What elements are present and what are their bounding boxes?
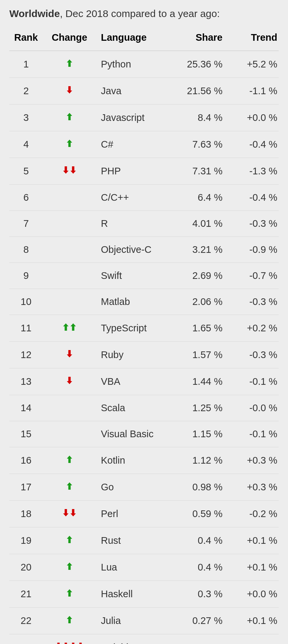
cell-language: Lua [96, 554, 172, 581]
cell-language: Scala [96, 395, 172, 421]
arrow-up-icon [66, 615, 73, 624]
cell-change [43, 395, 96, 421]
cell-share: 1.12 % [172, 447, 225, 474]
col-header-change: Change [43, 25, 96, 51]
cell-rank: 16 [9, 447, 43, 474]
cell-change [43, 315, 96, 342]
cell-trend: +5.2 % [225, 51, 279, 78]
cell-rank: 20 [9, 554, 43, 581]
table-row: 23Delphi0.24 %-0.1 % [9, 634, 279, 644]
table-row: 8Objective-C3.21 %-0.9 % [9, 237, 279, 263]
cell-trend: -0.1 % [225, 368, 279, 395]
cell-share: 6.4 % [172, 185, 225, 211]
cell-trend: -0.1 % [225, 421, 279, 447]
cell-trend: -0.7 % [225, 263, 279, 289]
cell-change [43, 185, 96, 211]
cell-change [43, 554, 96, 581]
arrow-down-icon [66, 349, 73, 358]
table-row: 5PHP7.31 %-1.3 % [9, 158, 279, 185]
cell-rank: 2 [9, 78, 43, 105]
col-header-trend: Trend [225, 25, 279, 51]
cell-change [43, 447, 96, 474]
table-row: 18Perl0.59 %-0.2 % [9, 501, 279, 527]
cell-trend: -0.0 % [225, 395, 279, 421]
cell-change [43, 158, 96, 185]
cell-language: Javascript [96, 105, 172, 131]
cell-change [43, 368, 96, 395]
table-row: 3Javascript8.4 %+0.0 % [9, 105, 279, 131]
cell-rank: 15 [9, 421, 43, 447]
cell-change [43, 289, 96, 315]
cell-trend: -1.1 % [225, 78, 279, 105]
table-row: 1Python25.36 %+5.2 % [9, 51, 279, 78]
cell-rank: 1 [9, 51, 43, 78]
cell-share: 0.59 % [172, 501, 225, 527]
cell-rank: 10 [9, 289, 43, 315]
cell-trend: -1.3 % [225, 158, 279, 185]
cell-rank: 9 [9, 263, 43, 289]
cell-share: 0.27 % [172, 608, 225, 634]
cell-language: R [96, 211, 172, 237]
arrow-down-icon [66, 376, 73, 385]
cell-trend: -0.4 % [225, 185, 279, 211]
table-row: 21Haskell0.3 %+0.0 % [9, 581, 279, 608]
cell-rank: 17 [9, 474, 43, 501]
cell-trend: -0.3 % [225, 211, 279, 237]
cell-rank: 22 [9, 608, 43, 634]
cell-change [43, 608, 96, 634]
cell-language: Delphi [96, 634, 172, 644]
cell-share: 2.06 % [172, 289, 225, 315]
table-row: 4C#7.63 %-0.4 % [9, 131, 279, 158]
cell-change [43, 421, 96, 447]
cell-share: 3.21 % [172, 237, 225, 263]
cell-language: Julia [96, 608, 172, 634]
cell-language: Swift [96, 263, 172, 289]
table-row: 17Go0.98 %+0.3 % [9, 474, 279, 501]
arrow-up-icon [66, 58, 73, 68]
table-row: 11TypeScript1.65 %+0.2 % [9, 315, 279, 342]
table-row: 2Java21.56 %-1.1 % [9, 78, 279, 105]
cell-share: 21.56 % [172, 78, 225, 105]
cell-change [43, 51, 96, 78]
cell-trend: -0.4 % [225, 131, 279, 158]
cell-change [43, 211, 96, 237]
cell-share: 0.3 % [172, 581, 225, 608]
cell-language: C# [96, 131, 172, 158]
cell-share: 0.98 % [172, 474, 225, 501]
cell-change [43, 581, 96, 608]
cell-rank: 7 [9, 211, 43, 237]
table-row: 7R4.01 %-0.3 % [9, 211, 279, 237]
cell-rank: 14 [9, 395, 43, 421]
cell-share: 1.65 % [172, 315, 225, 342]
cell-change [43, 237, 96, 263]
arrow-down-icon [55, 642, 84, 644]
arrow-up-icon [66, 112, 73, 121]
ranking-table: Rank Change Language Share Trend 1Python… [9, 25, 279, 644]
cell-share: 2.69 % [172, 263, 225, 289]
cell-trend: -0.1 % [225, 634, 279, 644]
cell-share: 1.44 % [172, 368, 225, 395]
table-row: 15Visual Basic1.15 %-0.1 % [9, 421, 279, 447]
cell-language: Ruby [96, 342, 172, 368]
cell-language: Go [96, 474, 172, 501]
cell-share: 1.57 % [172, 342, 225, 368]
table-header-row: Rank Change Language Share Trend [9, 25, 279, 51]
title-rest: , Dec 2018 compared to a year ago: [60, 8, 220, 19]
cell-share: 0.24 % [172, 634, 225, 644]
cell-share: 25.36 % [172, 51, 225, 78]
cell-trend: -0.9 % [225, 237, 279, 263]
cell-trend: +0.3 % [225, 447, 279, 474]
cell-trend: +0.1 % [225, 554, 279, 581]
cell-change [43, 263, 96, 289]
cell-trend: +0.3 % [225, 474, 279, 501]
table-row: 14Scala1.25 %-0.0 % [9, 395, 279, 421]
arrow-up-icon [66, 535, 73, 544]
cell-rank: 19 [9, 527, 43, 554]
cell-change [43, 105, 96, 131]
table-row: 6C/C++6.4 %-0.4 % [9, 185, 279, 211]
cell-language: Perl [96, 501, 172, 527]
cell-rank: 11 [9, 315, 43, 342]
cell-language: Haskell [96, 581, 172, 608]
cell-change [43, 527, 96, 554]
cell-language: Objective-C [96, 237, 172, 263]
